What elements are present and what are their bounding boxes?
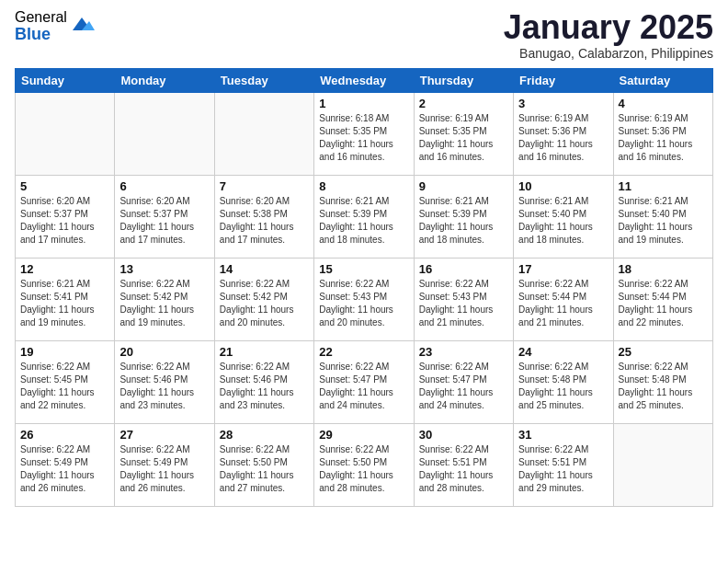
- calendar-cell: 10Sunrise: 6:21 AMSunset: 5:40 PMDayligh…: [514, 175, 613, 258]
- title-section: January 2025 Banugao, Calabarzon, Philip…: [504, 9, 713, 61]
- calendar-cell: 24Sunrise: 6:22 AMSunset: 5:48 PMDayligh…: [514, 340, 613, 423]
- day-info: Sunrise: 6:21 AMSunset: 5:40 PMDaylight:…: [619, 195, 708, 247]
- day-info: Sunrise: 6:20 AMSunset: 5:38 PMDaylight:…: [220, 195, 309, 247]
- day-number: 10: [518, 179, 608, 193]
- calendar-cell: 8Sunrise: 6:21 AMSunset: 5:39 PMDaylight…: [314, 175, 414, 258]
- day-number: 4: [619, 97, 708, 110]
- week-row-5: 26Sunrise: 6:22 AMSunset: 5:49 PMDayligh…: [16, 423, 713, 506]
- week-row-3: 12Sunrise: 6:21 AMSunset: 5:41 PMDayligh…: [16, 258, 713, 340]
- calendar-cell: [16, 92, 115, 175]
- calendar-cell: 26Sunrise: 6:22 AMSunset: 5:49 PMDayligh…: [16, 423, 115, 506]
- calendar-cell: [613, 423, 712, 506]
- day-info: Sunrise: 6:21 AMSunset: 5:40 PMDaylight:…: [518, 195, 608, 247]
- calendar-cell: 18Sunrise: 6:22 AMSunset: 5:44 PMDayligh…: [613, 258, 712, 340]
- day-info: Sunrise: 6:22 AMSunset: 5:42 PMDaylight:…: [220, 278, 309, 329]
- day-info: Sunrise: 6:22 AMSunset: 5:44 PMDaylight:…: [518, 278, 608, 329]
- day-info: Sunrise: 6:22 AMSunset: 5:43 PMDaylight:…: [419, 278, 508, 329]
- logo-general: General: [15, 9, 67, 26]
- calendar-cell: [214, 92, 313, 175]
- day-number: 30: [419, 428, 508, 442]
- day-info: Sunrise: 6:18 AMSunset: 5:35 PMDaylight:…: [319, 112, 408, 164]
- day-number: 21: [220, 345, 309, 359]
- calendar-cell: 27Sunrise: 6:22 AMSunset: 5:49 PMDayligh…: [115, 423, 214, 506]
- page: General Blue January 2025 Banugao, Calab…: [0, 0, 728, 522]
- calendar-cell: 19Sunrise: 6:22 AMSunset: 5:45 PMDayligh…: [16, 340, 115, 423]
- day-info: Sunrise: 6:21 AMSunset: 5:39 PMDaylight:…: [319, 195, 408, 247]
- day-info: Sunrise: 6:22 AMSunset: 5:48 PMDaylight:…: [619, 361, 708, 412]
- day-info: Sunrise: 6:22 AMSunset: 5:50 PMDaylight:…: [319, 443, 408, 495]
- day-number: 17: [518, 262, 608, 276]
- day-info: Sunrise: 6:22 AMSunset: 5:48 PMDaylight:…: [518, 361, 608, 412]
- header-thursday: Thursday: [414, 68, 513, 92]
- day-number: 5: [20, 179, 109, 193]
- day-info: Sunrise: 6:22 AMSunset: 5:50 PMDaylight:…: [220, 443, 309, 495]
- header: General Blue January 2025 Banugao, Calab…: [15, 9, 713, 61]
- logo-blue: Blue: [15, 26, 67, 44]
- calendar-cell: 6Sunrise: 6:20 AMSunset: 5:37 PMDaylight…: [115, 175, 214, 258]
- calendar-cell: 12Sunrise: 6:21 AMSunset: 5:41 PMDayligh…: [16, 258, 115, 340]
- day-info: Sunrise: 6:19 AMSunset: 5:36 PMDaylight:…: [518, 112, 608, 164]
- day-info: Sunrise: 6:22 AMSunset: 5:51 PMDaylight:…: [518, 443, 608, 495]
- calendar-cell: 9Sunrise: 6:21 AMSunset: 5:39 PMDaylight…: [414, 175, 513, 258]
- day-number: 12: [20, 262, 109, 276]
- location: Banugao, Calabarzon, Philippines: [504, 46, 713, 61]
- calendar-cell: [115, 92, 214, 175]
- day-number: 18: [619, 262, 708, 276]
- logo-icon: [69, 12, 95, 38]
- month-title: January 2025: [504, 9, 713, 46]
- day-number: 25: [619, 345, 708, 359]
- day-info: Sunrise: 6:19 AMSunset: 5:36 PMDaylight:…: [619, 112, 708, 164]
- calendar-cell: 22Sunrise: 6:22 AMSunset: 5:47 PMDayligh…: [314, 340, 414, 423]
- week-row-4: 19Sunrise: 6:22 AMSunset: 5:45 PMDayligh…: [16, 340, 713, 423]
- calendar-cell: 23Sunrise: 6:22 AMSunset: 5:47 PMDayligh…: [414, 340, 513, 423]
- day-info: Sunrise: 6:22 AMSunset: 5:43 PMDaylight:…: [319, 278, 408, 329]
- day-number: 9: [419, 179, 508, 193]
- header-friday: Friday: [514, 68, 613, 92]
- header-tuesday: Tuesday: [214, 68, 313, 92]
- day-number: 29: [319, 428, 408, 442]
- calendar-cell: 30Sunrise: 6:22 AMSunset: 5:51 PMDayligh…: [414, 423, 513, 506]
- day-number: 14: [220, 262, 309, 276]
- weekday-header-row: Sunday Monday Tuesday Wednesday Thursday…: [16, 68, 713, 92]
- header-saturday: Saturday: [613, 68, 712, 92]
- day-number: 6: [119, 179, 209, 193]
- calendar-cell: 5Sunrise: 6:20 AMSunset: 5:37 PMDaylight…: [16, 175, 115, 258]
- day-number: 8: [319, 179, 408, 193]
- header-wednesday: Wednesday: [314, 68, 414, 92]
- calendar: Sunday Monday Tuesday Wednesday Thursday…: [15, 68, 713, 507]
- day-number: 3: [518, 97, 608, 110]
- calendar-cell: 17Sunrise: 6:22 AMSunset: 5:44 PMDayligh…: [514, 258, 613, 340]
- day-info: Sunrise: 6:22 AMSunset: 5:49 PMDaylight:…: [119, 443, 209, 495]
- calendar-cell: 16Sunrise: 6:22 AMSunset: 5:43 PMDayligh…: [414, 258, 513, 340]
- day-info: Sunrise: 6:22 AMSunset: 5:44 PMDaylight:…: [619, 278, 708, 329]
- day-info: Sunrise: 6:22 AMSunset: 5:49 PMDaylight:…: [20, 443, 109, 495]
- day-info: Sunrise: 6:22 AMSunset: 5:42 PMDaylight:…: [119, 278, 209, 329]
- day-number: 28: [220, 428, 309, 442]
- day-number: 22: [319, 345, 408, 359]
- day-info: Sunrise: 6:22 AMSunset: 5:46 PMDaylight:…: [119, 361, 209, 412]
- day-number: 2: [419, 97, 508, 110]
- day-info: Sunrise: 6:21 AMSunset: 5:41 PMDaylight:…: [20, 278, 109, 329]
- day-info: Sunrise: 6:21 AMSunset: 5:39 PMDaylight:…: [419, 195, 508, 247]
- week-row-2: 5Sunrise: 6:20 AMSunset: 5:37 PMDaylight…: [16, 175, 713, 258]
- calendar-cell: 1Sunrise: 6:18 AMSunset: 5:35 PMDaylight…: [314, 92, 414, 175]
- calendar-cell: 28Sunrise: 6:22 AMSunset: 5:50 PMDayligh…: [214, 423, 313, 506]
- day-number: 15: [319, 262, 408, 276]
- day-number: 20: [119, 345, 209, 359]
- day-number: 19: [20, 345, 109, 359]
- calendar-cell: 7Sunrise: 6:20 AMSunset: 5:38 PMDaylight…: [214, 175, 313, 258]
- calendar-cell: 21Sunrise: 6:22 AMSunset: 5:46 PMDayligh…: [214, 340, 313, 423]
- calendar-cell: 14Sunrise: 6:22 AMSunset: 5:42 PMDayligh…: [214, 258, 313, 340]
- day-info: Sunrise: 6:22 AMSunset: 5:51 PMDaylight:…: [419, 443, 508, 495]
- logo: General Blue: [15, 9, 95, 43]
- calendar-cell: 15Sunrise: 6:22 AMSunset: 5:43 PMDayligh…: [314, 258, 414, 340]
- day-number: 31: [518, 428, 608, 442]
- day-info: Sunrise: 6:22 AMSunset: 5:47 PMDaylight:…: [319, 361, 408, 412]
- header-sunday: Sunday: [16, 68, 115, 92]
- calendar-cell: 13Sunrise: 6:22 AMSunset: 5:42 PMDayligh…: [115, 258, 214, 340]
- calendar-cell: 31Sunrise: 6:22 AMSunset: 5:51 PMDayligh…: [514, 423, 613, 506]
- calendar-cell: 20Sunrise: 6:22 AMSunset: 5:46 PMDayligh…: [115, 340, 214, 423]
- day-number: 26: [20, 428, 109, 442]
- header-monday: Monday: [115, 68, 214, 92]
- calendar-cell: 3Sunrise: 6:19 AMSunset: 5:36 PMDaylight…: [514, 92, 613, 175]
